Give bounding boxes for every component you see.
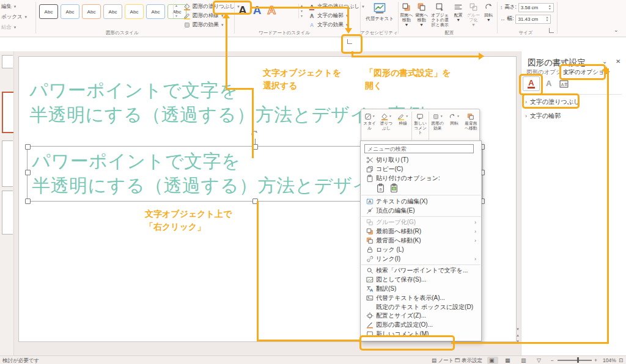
group-icon (469, 2, 478, 12)
button-文字の輪郭[interactable]: A文字の輪郭▼ (308, 11, 365, 20)
menu-item-ロック (L)[interactable]: ロック (L) (361, 245, 481, 254)
minibar-新しいコメント[interactable]: 新しいコメント (412, 109, 429, 142)
menu-item-最背面へ移動(K)[interactable]: 最背面へ移動(K)› (361, 236, 481, 246)
fit-to-window-icon[interactable]: ⊡ (619, 357, 623, 363)
button-図形の枠線[interactable]: 図形の枠線▼ (183, 11, 240, 20)
arrow-down-icon (345, 28, 352, 34)
wordart-sample-plain[interactable]: A (238, 2, 247, 18)
menu-item-代替テキストを表示(A)...[interactable]: 代替テキストを表示(A)... (361, 293, 481, 302)
arrange-グループ化[interactable]: グループ化 ▼ (467, 2, 481, 27)
normal-view-icon[interactable]: ▣ (489, 357, 495, 363)
paste-picture-button[interactable] (389, 183, 399, 194)
scroll-down-icon[interactable]: ▼ (516, 327, 520, 331)
shape-style-chip-2[interactable]: Abc (61, 4, 79, 19)
stub-結合[interactable]: 結合 ▼ (1, 22, 28, 32)
minibar-図形の効果[interactable]: ▼図形の効果 (429, 109, 446, 142)
menu-item-コピー(C)[interactable]: コピー(C) (361, 165, 481, 174)
width-spinner[interactable]: ▲▼ (545, 16, 548, 22)
notes-button[interactable]: ▤ ノート (432, 357, 454, 364)
selection-handle[interactable] (25, 170, 31, 175)
minibar-塗りつぶし[interactable]: ▼塗りつぶし (378, 109, 394, 142)
button-文字の効果[interactable]: A文字の効果▼ (308, 20, 365, 29)
height-spinner[interactable]: ▲▼ (548, 4, 551, 10)
button-図形の効果[interactable]: 図形の効果▼ (183, 20, 240, 29)
menu-item-テキストの編集(X)[interactable]: テキストの編集(X) (361, 197, 481, 206)
pane-section-文字の輪郭[interactable]: ›文字の輪郭 (525, 112, 561, 120)
outline-pen-icon (397, 113, 405, 120)
previous-slide-icon[interactable]: ▲ (516, 333, 520, 337)
collapse-ribbon-icon[interactable]: ⌄ (614, 27, 619, 33)
shape-style-chip-3[interactable]: Abc (82, 4, 101, 19)
alt-text-button[interactable]: 代替テキスト (363, 2, 396, 22)
menu-item-図形の書式設定(O)...[interactable]: 図形の書式設定(O)... (361, 321, 481, 330)
wordart-gallery-scroll[interactable]: ▲▼▼ (298, 4, 303, 18)
wordart-dialog-launcher[interactable] (347, 39, 352, 44)
zoom-out-icon[interactable]: − (551, 357, 554, 363)
minibar-枠線[interactable]: ▼枠線 (395, 109, 411, 142)
zoom-slider-thumb[interactable] (577, 357, 579, 363)
paste-keep-text-button[interactable]: a (376, 183, 385, 194)
wordart-sample-orange[interactable]: A (267, 2, 276, 18)
width-icon: ↔ (500, 16, 506, 22)
button-図形の塗りつぶし[interactable]: 図形の塗りつぶし▼ (183, 2, 240, 11)
slideshow-icon[interactable]: ▽ (537, 357, 541, 363)
slide-thumbnail-4[interactable] (2, 191, 13, 235)
paste-a-icon: a (376, 183, 385, 192)
slide-thumbnail-1[interactable] (2, 55, 13, 68)
arrange-配置[interactable]: 配置 ▼ (452, 2, 465, 27)
menu-item-グループ化(G): グループ化(G)› (361, 218, 481, 227)
arrange-背面へ移動[interactable]: 背面へ移動 ▼ (415, 2, 429, 27)
pane-chevron-icon[interactable]: ⌄ (602, 58, 607, 65)
slide-thumbnail-3[interactable] (2, 140, 13, 187)
menu-item-頂点の編集(E)[interactable]: 頂点の編集(E) (361, 206, 481, 215)
menu-item-リンク(I)[interactable]: リンク(I)› (361, 254, 481, 263)
pane-section-文字の塗りつぶし[interactable]: ›文字の塗りつぶし (525, 98, 580, 106)
shape-gallery-scroll[interactable]: ▲▼▼ (173, 4, 178, 18)
minibar-スタイル[interactable]: ▼スタイル (361, 109, 378, 142)
menu-separator (361, 264, 481, 265)
menu-item-検索「パワーポイントで文字を...[interactable]: 検索「パワーポイントで文字を... (361, 266, 481, 275)
menu-item-図として保存(S)...[interactable]: 図として保存(S)... (361, 275, 481, 285)
zoom-slider-track[interactable] (558, 360, 592, 361)
text-fill-outline-tab[interactable]: A (523, 76, 540, 91)
menu-item-最前面へ移動(R)[interactable]: 最前面へ移動(R)› (361, 227, 481, 236)
slide-thumbnail-2[interactable] (2, 92, 13, 133)
height-input[interactable]: 3.58 cm ▲▼ (518, 3, 554, 12)
size-dialog-launcher[interactable] (549, 28, 554, 33)
zoom-level[interactable]: 104% (603, 357, 616, 363)
menu-search-input[interactable] (364, 144, 474, 153)
text-effects-tab[interactable]: A (546, 79, 551, 88)
wordart-sample-blue[interactable]: A (253, 2, 262, 18)
slide-sorter-icon[interactable]: ▦ (505, 357, 510, 363)
menu-item-翻訳(S)[interactable]: 翻訳(S) (361, 285, 481, 294)
arrange-前面へ移動[interactable]: 前面へ移動 ▼ (400, 2, 413, 27)
shape-style-chip-6[interactable]: Abc (146, 4, 165, 19)
shape-style-chip-4[interactable]: Abc (103, 4, 122, 19)
selection-handle[interactable] (25, 198, 31, 204)
arrange-回転[interactable]: 回転 ▼ (482, 2, 495, 27)
menu-item-新しいコメント(M)[interactable]: 新しいコメント(M) (361, 330, 481, 339)
minibar-最背面へ移動[interactable]: 最背面へ移動 (463, 109, 479, 142)
width-input[interactable]: 31.43 cm ▲▼ (515, 15, 551, 24)
zoom-in-icon[interactable]: + (594, 357, 597, 363)
textbox-tab[interactable]: A (559, 79, 569, 89)
minibar-回転[interactable]: ▼回転 (446, 109, 462, 142)
accessibility-status[interactable]: 検討が必要です (2, 357, 39, 364)
display-settings-button[interactable]: 🗔 表示設定 (455, 357, 482, 364)
menu-item-既定のテキスト ボックスに設定(D)[interactable]: 既定のテキスト ボックスに設定(D) (361, 302, 481, 311)
reading-view-icon[interactable]: ▥ (521, 357, 526, 363)
menu-item-貼り付けのオプション:[interactable]: 貼り付けのオプション: (361, 174, 481, 183)
stub-ボックス[interactable]: ボックス ▼ (1, 12, 28, 22)
menu-item-配置とサイズ(Z)...[interactable]: 配置とサイズ(Z)... (361, 311, 481, 321)
selection-handle[interactable] (25, 144, 31, 150)
pane-close-icon[interactable]: ✕ (616, 58, 620, 65)
svg-text:A: A (310, 12, 314, 18)
shape-style-chip-5[interactable]: Abc (125, 4, 144, 19)
arrange-オブジェクトの選択と表示[interactable]: オブジェクトの選択と表示 (430, 2, 450, 27)
stub-編集[interactable]: 編集 ▼ (1, 1, 28, 12)
menu-item-切り取り(T)[interactable]: 切り取り(T) (361, 156, 481, 165)
link-icon (366, 255, 374, 263)
shape-style-gallery: AbcAbcAbcAbcAbcAbcAbc (39, 4, 186, 19)
shape-style-chip-1[interactable]: Abc (39, 4, 58, 19)
connector-line (226, 88, 254, 90)
